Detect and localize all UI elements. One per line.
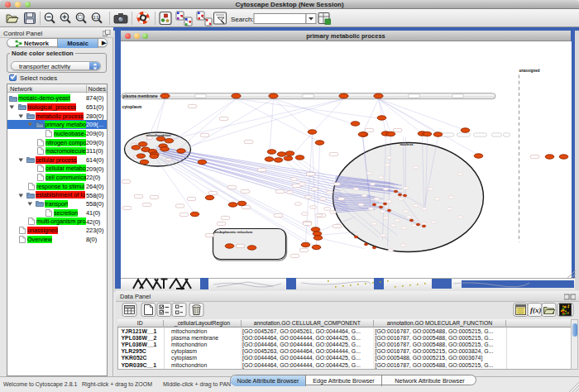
svg-text:cytoplasm: cytoplasm — [122, 104, 141, 108]
svg-text:f(x): f(x) — [530, 306, 542, 314]
svg-text:unassigned: unassigned — [519, 69, 539, 73]
svg-text:1:1: 1:1 — [93, 16, 99, 20]
svg-text:mitochondrion: mitochondrion — [146, 132, 170, 136]
svg-text:nucleus: nucleus — [400, 142, 414, 146]
svg-text:plasma membrane: plasma membrane — [122, 93, 157, 98]
svg-text:endoplasmic reticulum: endoplasmic reticulum — [214, 230, 252, 234]
svg-text:Search:: Search: — [231, 16, 254, 23]
